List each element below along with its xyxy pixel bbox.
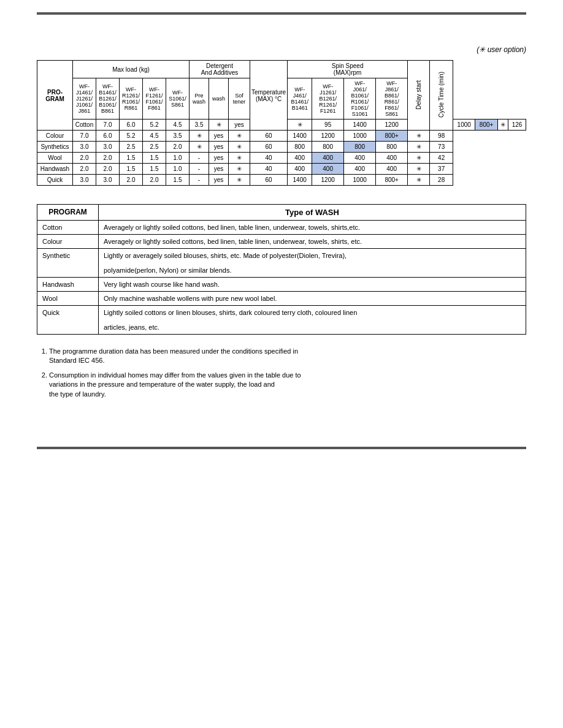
program-name: Colour xyxy=(37,131,73,142)
model-wfs1061: WF-S1061/S861 xyxy=(166,78,190,119)
program-header: PRO-GRAM xyxy=(37,61,73,131)
delay-val: ✳ xyxy=(408,142,430,153)
list-item: Synthetic Lightly or averagely soiled bl… xyxy=(37,249,526,278)
load-5: 1.5 xyxy=(166,175,190,186)
load-1: 3.0 xyxy=(73,142,96,153)
load-4: 4.5 xyxy=(166,119,190,131)
load-4: 2.0 xyxy=(143,175,166,186)
cycle-time-val: 42 xyxy=(430,153,453,164)
delay-val: ✳ xyxy=(408,153,430,164)
spin2-val: 1200 xyxy=(312,131,344,142)
temp-val: 95 xyxy=(312,119,344,131)
spin4-val: 800+ xyxy=(376,175,408,186)
spin3-val: 1000 xyxy=(344,175,376,186)
wash-val: yes xyxy=(209,164,229,175)
program-table: PRO-GRAM Max load (kg) DetergentAnd Addi… xyxy=(37,60,526,186)
load-5: 1.0 xyxy=(166,164,190,175)
wash-program-name: Handwash xyxy=(37,278,99,292)
table-row: Wool 2.0 2.0 1.5 1.5 1.0 - yes ✳ 40 400 … xyxy=(37,153,526,164)
load-3: 2.5 xyxy=(120,142,143,153)
spin4-val: 400 xyxy=(376,153,408,164)
load-2: 2.0 xyxy=(96,153,120,164)
spin3-val: 800 xyxy=(344,142,376,153)
softener-val: ✳ xyxy=(229,131,250,142)
spin2-val: 1200 xyxy=(312,175,344,186)
load-2: 2.0 xyxy=(96,164,120,175)
top-bar xyxy=(37,12,526,15)
wash-description: Averagely or lightly soiled cottons, bed… xyxy=(99,221,526,235)
load-1: 2.0 xyxy=(73,164,96,175)
softener-header: Softener xyxy=(229,78,250,119)
bottom-bar xyxy=(37,447,526,449)
load-4: 1.5 xyxy=(143,164,166,175)
spin4-val: 800+ xyxy=(376,131,408,142)
load-5: 3.5 xyxy=(190,119,209,131)
spin1-val: 1400 xyxy=(344,119,376,131)
wash-program-name: Colour xyxy=(37,235,99,249)
note-2: Consumption in individual homes may diff… xyxy=(49,371,526,399)
spin-model4: WF-J861/B861/R861/F861/S861 xyxy=(376,78,408,119)
table-row: Colour 7.0 6.0 5.2 4.5 3.5 ✳ yes ✳ 60 14… xyxy=(37,131,526,142)
delay-val: ✳ xyxy=(408,131,430,142)
load-4: 1.5 xyxy=(143,153,166,164)
cycle-time-val: 28 xyxy=(430,175,453,186)
load-3: 1.5 xyxy=(120,164,143,175)
spin1-val: 1400 xyxy=(288,175,312,186)
load-2: 6.0 xyxy=(120,119,143,131)
cycle-time-val: 126 xyxy=(508,119,526,131)
load-4: 2.5 xyxy=(143,142,166,153)
wash-program-name: Quick xyxy=(37,306,99,335)
page: (✳ user option) PRO-GRAM Max load (k xyxy=(0,0,563,728)
load-4: 4.5 xyxy=(143,131,166,142)
spin2-val: 1200 xyxy=(376,119,408,131)
program-name: Wool xyxy=(37,153,73,164)
pre-wash-val: ✳ xyxy=(209,119,229,131)
load-1: 2.0 xyxy=(73,153,96,164)
wash-val: yes xyxy=(229,119,250,131)
list-item: Cotton Averagely or lightly soiled cotto… xyxy=(37,221,526,235)
wash-description: Very light wash course like hand wash. xyxy=(99,278,526,292)
spin-model1: WF-J461/B1461/B1461 xyxy=(288,78,312,119)
temp-val: 60 xyxy=(250,131,288,142)
spin3-val: 1000 xyxy=(453,119,475,131)
table-row: Synthetics 3.0 3.0 2.5 2.5 2.0 ✳ yes ✳ 6… xyxy=(37,142,526,153)
model-wfr1261: WF-R1261/R1061/R861 xyxy=(120,78,143,119)
spin2-val: 800 xyxy=(312,142,344,153)
load-3: 5.2 xyxy=(143,119,166,131)
delay-start-header: Delay start xyxy=(408,61,430,131)
spin1-val: 800 xyxy=(288,142,312,153)
load-3: 5.2 xyxy=(120,131,143,142)
delay-val: ✳ xyxy=(497,119,508,131)
wash-header: wash xyxy=(209,78,229,119)
wash-program-header: PROGRAM xyxy=(37,205,99,221)
spin2-val: 400 xyxy=(312,164,344,175)
max-load-header: Max load (kg) xyxy=(73,61,190,78)
pre-wash-header: Prewash xyxy=(190,78,209,119)
model-wff1261: WF-F1261/F1061/F861 xyxy=(143,78,166,119)
program-name: Cotton xyxy=(73,119,96,131)
softener-val: ✳ xyxy=(229,153,250,164)
pre-wash-val: ✳ xyxy=(190,142,209,153)
user-option-label: (✳ user option) xyxy=(37,45,526,54)
wash-type-table: PROGRAM Type of WASH Cotton Averagely or… xyxy=(37,204,526,335)
temp-val: 40 xyxy=(250,153,288,164)
temperature-header: Temperature(MAX) °C xyxy=(250,61,288,131)
list-item: Wool Only machine washable wollens with … xyxy=(37,292,526,306)
wash-description: Averagely or lightly soiled cottons, bed… xyxy=(99,235,526,249)
model-wfj1461: WF-J1461/J1261/J1061/J861 xyxy=(73,78,96,119)
wash-val: yes xyxy=(209,131,229,142)
load-2: 3.0 xyxy=(96,142,120,153)
temp-val: 40 xyxy=(250,164,288,175)
wash-description: Only machine washable wollens with pure … xyxy=(99,292,526,306)
pre-wash-val: ✳ xyxy=(190,131,209,142)
load-2: 6.0 xyxy=(96,131,120,142)
load-5: 3.5 xyxy=(166,131,190,142)
cycle-time-header: Cycle Time (min) xyxy=(430,61,453,131)
wash-program-name: Wool xyxy=(37,292,99,306)
softener-val: ✳ xyxy=(229,142,250,153)
softener-val: ✳ xyxy=(229,175,250,186)
load-3: 2.0 xyxy=(120,175,143,186)
spin3-val: 400 xyxy=(344,164,376,175)
spin4-val: 800+ xyxy=(475,119,498,131)
wash-program-name: Synthetic xyxy=(37,249,99,278)
